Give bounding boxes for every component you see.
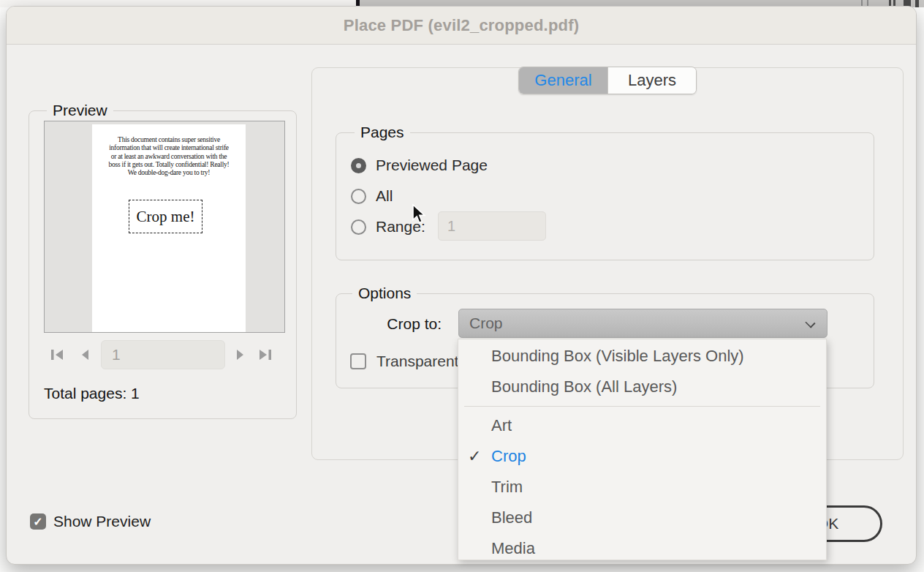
pages-group-label: Pages [355, 122, 410, 143]
checkbox-unchecked-icon [350, 353, 366, 369]
crop-to-label: Crop to: [336, 315, 442, 333]
menu-item-media[interactable]: Media [458, 533, 826, 560]
crop-me-box: Crop me! [129, 200, 202, 233]
previous-page-icon [80, 350, 91, 360]
first-page-icon [50, 350, 65, 360]
preview-group-label: Preview [47, 100, 113, 121]
radio-unselected-icon [351, 189, 366, 204]
menu-item-trim[interactable]: Trim [458, 472, 826, 503]
tab-group: General Layers [518, 67, 697, 94]
menu-item-bleed[interactable]: Bleed [458, 503, 826, 533]
radio-selected-icon [351, 158, 366, 173]
crop-to-selected-value: Crop [459, 315, 503, 332]
range-input[interactable] [438, 211, 546, 241]
preview-group: Preview This document contains super sen… [29, 110, 297, 419]
radio-unselected-icon [351, 219, 366, 235]
dialog-title: Place PDF (evil2_cropped.pdf) [344, 16, 579, 35]
show-preview-checkbox[interactable]: ✓ Show Preview [30, 513, 151, 530]
menu-item-bounding-box-visible[interactable]: Bounding Box (Visible Layers Only) [458, 341, 826, 372]
page-number-input[interactable] [101, 340, 225, 369]
menu-item-crop[interactable]: ✓ Crop [458, 441, 826, 472]
last-page-icon [257, 350, 272, 360]
menu-item-bounding-box-all[interactable]: Bounding Box (All Layers) [458, 372, 826, 402]
first-page-button[interactable] [49, 347, 67, 362]
tab-layers[interactable]: Layers [607, 67, 696, 94]
pdf-page-thumbnail: This document contains super sensitive i… [92, 124, 246, 332]
pdf-page-text: This document contains super sensitive i… [99, 136, 239, 177]
radio-all[interactable]: All [351, 187, 393, 205]
checkmark-icon: ✓ [468, 447, 481, 466]
crop-to-dropdown-menu: Bounding Box (Visible Layers Only) Bound… [458, 339, 827, 560]
crop-to-select[interactable]: Crop [458, 309, 828, 338]
place-pdf-dialog: Place PDF (evil2_cropped.pdf) General La… [6, 6, 917, 565]
chevron-down-icon [805, 317, 815, 328]
total-pages-label: Total pages: 1 [44, 385, 140, 402]
options-group-label: Options [352, 283, 417, 304]
checkbox-checked-icon: ✓ [30, 513, 46, 530]
next-page-icon [235, 350, 245, 360]
tab-general[interactable]: General [519, 67, 607, 94]
pdf-preview-area: This document contains super sensitive i… [44, 121, 285, 333]
menu-item-art[interactable]: Art [458, 410, 826, 441]
radio-range[interactable]: Range: [351, 218, 425, 236]
previous-page-button[interactable] [77, 347, 94, 362]
radio-previewed-page[interactable]: Previewed Page [351, 157, 488, 174]
pages-group: Pages Previewed Page All Range: [336, 132, 874, 260]
menu-separator [464, 406, 820, 407]
dialog-titlebar: Place PDF (evil2_cropped.pdf) [7, 7, 916, 45]
next-page-button[interactable] [231, 347, 249, 362]
last-page-button[interactable] [256, 347, 273, 362]
